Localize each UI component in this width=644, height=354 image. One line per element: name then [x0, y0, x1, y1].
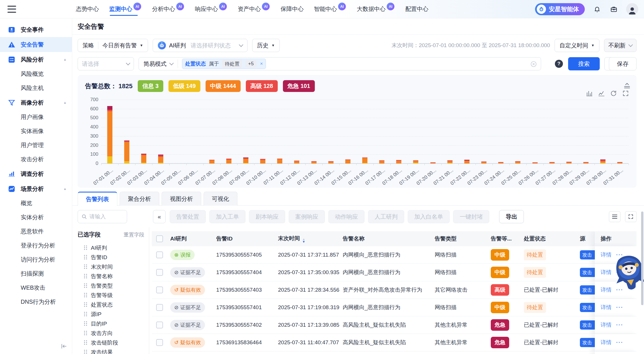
row-checkbox[interactable] [156, 286, 163, 293]
assistant-mascot[interactable] [611, 246, 644, 294]
nav-item[interactable]: 监测中心AI [109, 0, 142, 18]
field-search-input[interactable]: 请输入 [78, 210, 127, 223]
bar-stack[interactable] [532, 162, 538, 163]
ai-status-pill[interactable]: ⊘证据不足 [170, 267, 205, 278]
mode-select[interactable]: 简易模式 [139, 60, 175, 68]
sidebar-collapse-icon[interactable] [60, 343, 67, 351]
field-item[interactable]: 末次时间 [78, 262, 147, 272]
bar-stack[interactable] [498, 162, 503, 163]
drag-handle-icon[interactable] [84, 302, 87, 307]
bar-stack[interactable] [362, 157, 367, 163]
bar-stack[interactable] [294, 161, 299, 163]
refresh-select[interactable]: 不刷新 [604, 39, 637, 52]
ai-status-pill[interactable]: ↺疑似有效 [170, 337, 205, 348]
drag-handle-icon[interactable] [84, 274, 87, 279]
bar-stack[interactable] [583, 162, 589, 163]
field-item[interactable]: 源IP [78, 309, 147, 319]
collapse-panel-button[interactable]: « [153, 210, 166, 223]
nav-item[interactable]: 分析中心AI [152, 0, 185, 18]
nav-item[interactable]: 资产中心AI [238, 0, 270, 18]
nav-item[interactable]: 保障中心 [281, 0, 304, 18]
tab-item[interactable]: 可视化 [204, 192, 237, 206]
sort-desc-icon[interactable]: ▼ [302, 241, 305, 243]
row-checkbox[interactable] [156, 251, 163, 258]
drag-handle-icon[interactable] [84, 331, 87, 336]
tab-active[interactable]: 告警列表 [78, 192, 117, 206]
severity-badge[interactable]: 危急 101 [283, 80, 315, 92]
ai-judgement-select[interactable]: AI研判 请选择研判状态 [153, 39, 248, 52]
field-item[interactable]: AI研判 [78, 243, 147, 253]
detail-link[interactable]: 详情 [601, 339, 612, 346]
tab-item[interactable]: 视图分析 [162, 192, 201, 206]
ai-status-pill[interactable]: ⊘证据不足 [170, 320, 205, 330]
search-button[interactable]: 搜索 [568, 57, 600, 70]
bar-stack[interactable] [515, 161, 520, 163]
ai-status-pill[interactable]: ⊘证据不足 [170, 302, 205, 313]
sidebar-subitem[interactable]: 访问行为分析 [0, 253, 72, 267]
tag-close-icon[interactable]: × [260, 61, 263, 67]
bar-stack[interactable] [617, 162, 622, 163]
more-actions-icon[interactable]: ··· [616, 304, 623, 311]
tab-item[interactable]: 聚合分析 [120, 192, 159, 206]
policy-select[interactable]: 策略 今日所有告警 ▼ [78, 39, 148, 52]
drag-handle-icon[interactable] [84, 321, 87, 326]
nav-item[interactable]: 智能中心AI [314, 0, 346, 18]
bar-stack[interactable] [141, 154, 146, 163]
drag-handle-icon[interactable] [84, 264, 87, 269]
bar-chart-icon[interactable] [586, 90, 593, 98]
bar-stack[interactable] [158, 155, 163, 163]
source-tag-chip[interactable]: 攻击 [580, 303, 596, 312]
detail-link[interactable]: 详情 [601, 286, 612, 294]
page-scrollbar[interactable] [641, 211, 643, 305]
detail-link[interactable]: 详情 [601, 304, 612, 311]
tag-value-chip[interactable]: 待处置 [222, 60, 242, 68]
table-row[interactable]: ↺疑似有效1753953055574032025-07-31 17:28:34.… [152, 281, 637, 299]
bar-stack[interactable] [243, 157, 248, 163]
sort-icons[interactable]: ▲▼ [302, 238, 305, 243]
row-checkbox[interactable] [156, 269, 163, 276]
user-avatar[interactable] [626, 3, 638, 15]
field-item[interactable]: 告警ID [78, 253, 147, 262]
table-row[interactable]: ⊘证据不足1753953055574012025-07-31 17:19:08.… [152, 299, 637, 316]
bar-stack[interactable] [481, 161, 486, 163]
nav-item[interactable]: 大数据中心AI [357, 0, 395, 18]
ai-status-pill[interactable]: ↺疑似有效 [170, 285, 205, 295]
bar-stack[interactable] [430, 162, 436, 163]
nav-item[interactable]: 态势中心 [76, 0, 99, 18]
bar-stack[interactable] [226, 159, 231, 163]
sidebar-subitem[interactable]: 风险主机 [0, 81, 72, 95]
sidebar-subitem[interactable]: 扫描探测 [0, 267, 72, 281]
reset-fields-link[interactable]: 重置字段 [124, 231, 144, 238]
sidebar-subitem[interactable]: 概览 [0, 196, 72, 210]
nav-item[interactable]: 配置中心 [405, 0, 428, 18]
bar-stack[interactable] [549, 162, 555, 163]
filter-condition-tag[interactable]: 处置状态 属于 待处置 +5 × [182, 59, 266, 69]
bar-stack[interactable] [107, 106, 112, 163]
severity-badge[interactable]: 中级 1444 [206, 80, 241, 92]
table-row[interactable]: ↺疑似有效1753691358364642025-07-31 11:40:47.… [152, 334, 637, 351]
sidebar-subitem[interactable]: 用户管理 [0, 138, 72, 152]
collapse-arrow-icon[interactable]: ▲ [63, 101, 67, 105]
nav-item[interactable]: 响应中心AI [195, 0, 227, 18]
save-button[interactable]: 保存 [609, 57, 637, 70]
collapse-arrow-icon[interactable]: ▲ [63, 57, 67, 61]
source-tag-chip[interactable]: 攻击 [580, 250, 596, 259]
ai-status-pill[interactable]: ⊗误报 [170, 250, 195, 260]
sidebar-subitem[interactable]: 用户画像 [0, 110, 72, 124]
field-item[interactable]: 攻击方向 [78, 328, 147, 338]
sidebar-item[interactable]: 安全事件 [0, 22, 72, 37]
bar-stack[interactable] [277, 159, 282, 163]
custom-time-button[interactable]: 自定义时间 ▼ [555, 39, 599, 52]
sidebar-subitem[interactable]: 攻击分析 [0, 152, 72, 166]
drag-handle-icon[interactable] [84, 293, 87, 298]
field-item[interactable]: 攻击链阶段 [78, 338, 147, 347]
drag-handle-icon[interactable] [84, 312, 87, 317]
workbench-briefcase-icon[interactable] [610, 5, 618, 14]
bar-stack[interactable] [447, 160, 453, 163]
drag-handle-icon[interactable] [84, 283, 87, 288]
drag-handle-icon[interactable] [84, 255, 87, 260]
row-checkbox[interactable] [156, 339, 163, 346]
sidebar-item[interactable]: 风险分析▲ [0, 52, 72, 67]
select-all-checkbox[interactable] [156, 235, 163, 242]
collapse-chart-icon[interactable] [623, 82, 631, 90]
